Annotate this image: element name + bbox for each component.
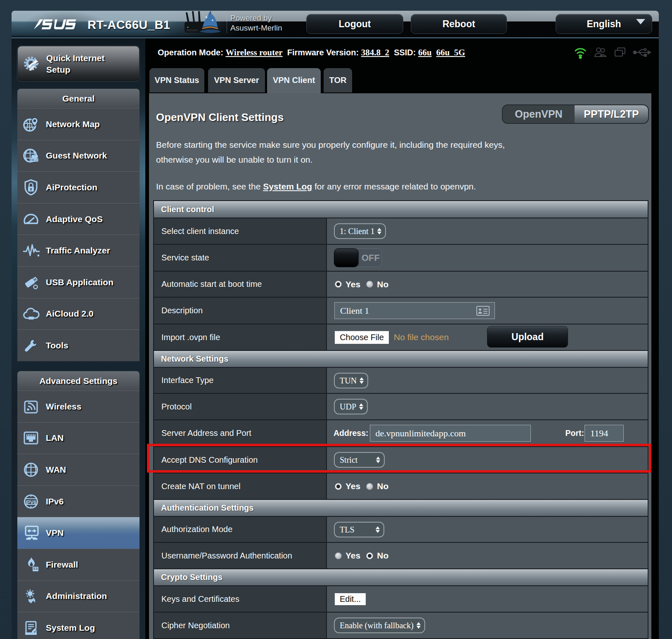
- svg-text:IPV6: IPV6: [26, 499, 36, 505]
